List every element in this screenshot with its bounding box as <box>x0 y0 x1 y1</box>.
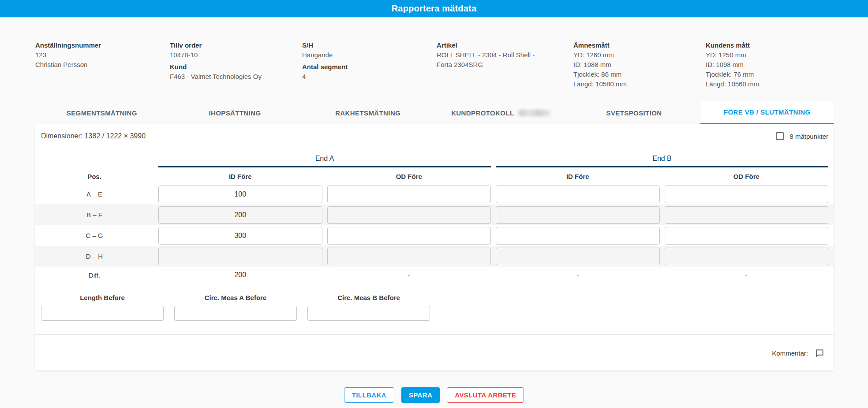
diff-value-od-fore-a: - <box>327 271 491 279</box>
row-pos-label: A – E <box>35 190 153 198</box>
8-matpunkter-label: 8 mätpunkter <box>789 133 828 140</box>
back-button[interactable]: TILLBAKA <box>344 387 394 403</box>
input-b-f-id-fore-a[interactable] <box>158 206 322 224</box>
footer-actions: TILLBAKA SPARA AVSLUTA ARBETE <box>0 387 868 403</box>
info-value: 10478-10 <box>170 50 293 60</box>
matpunkter-checkbox-group: 8 mätpunkter <box>776 132 828 140</box>
col-header-id-fore-a: ID Före <box>158 173 322 180</box>
info-column-customer-dims: Kundens mått YD: 1250 mm ID: 1098 mm Tjo… <box>706 41 829 89</box>
info-value: YD: 1250 mm <box>706 50 829 60</box>
tab-label: RAKHETSMÄTNING <box>335 109 400 117</box>
input-c-g-id-fore-b[interactable] <box>496 227 660 245</box>
finish-work-button[interactable]: AVSLUTA ARBETE <box>447 387 524 403</box>
tab-bar: SEGMENTSMÄTNING IHOPSÄTTNING RAKHETSMÄTN… <box>35 101 834 124</box>
input-a-e-od-fore-b[interactable] <box>665 185 829 203</box>
column-header-row: Pos. ID Före OD Före ID Före OD Före <box>35 170 834 182</box>
tab-segmentsmatning[interactable]: SEGMENTSMÄTNING <box>35 101 168 124</box>
comment-label: Kommentar: <box>772 349 808 357</box>
length-before-input[interactable] <box>41 306 164 321</box>
before-measurements-row: Length Before Circ. Meas A Before Circ. … <box>35 294 834 321</box>
info-value: 123 <box>35 50 159 60</box>
info-value: ID: 1088 mm <box>573 60 697 70</box>
input-c-g-od-fore-b[interactable] <box>665 227 829 245</box>
group-header-end-a: End A <box>158 155 491 167</box>
tab-label: SEGMENTSMÄTNING <box>67 109 137 117</box>
info-value: Christian Persson <box>35 60 159 70</box>
tab-fore-vb-slutmatning[interactable]: FÖRE VB / SLUTMÄTNING <box>700 101 834 124</box>
info-column-employee: Anställningsnummer 123 Christian Persson <box>35 41 159 70</box>
diff-value-id-fore-a: 200 <box>158 271 322 279</box>
comment-bubble-icon[interactable] <box>815 348 825 358</box>
info-label: S/H <box>302 41 426 50</box>
diff-value-od-fore-b: - <box>665 271 829 279</box>
tab-rakhetsmatning[interactable]: RAKHETSMÄTNING <box>301 101 434 124</box>
measurement-panel: Dimensioner: 1382 / 1222 × 3990 8 mätpun… <box>35 124 834 371</box>
info-label: Ämnesmått <box>573 41 697 50</box>
input-a-e-id-fore-a[interactable] <box>158 185 322 203</box>
info-value: ROLL SHELL - 2304 - Roll Shell - Forta 2… <box>437 50 550 70</box>
info-label: Kundens mått <box>706 41 829 50</box>
table-row-d-h: D – H <box>35 246 834 267</box>
tab-label: IHOPSÄTTNING <box>209 109 261 117</box>
input-a-e-od-fore-a[interactable] <box>327 185 491 203</box>
redacted-text-blur <box>518 110 551 116</box>
table-row-b-f: B – F <box>35 204 834 225</box>
tab-kundprotokoll[interactable]: KUNDPROTOKOLL <box>434 101 568 124</box>
info-column-blank-dims: Ämnesmått YD: 1260 mm ID: 1088 mm Tjockl… <box>573 41 697 89</box>
info-value: Tjocklek: 76 mm <box>706 70 829 79</box>
circ-meas-a-before-label: Circ. Meas A Before <box>174 294 297 301</box>
input-d-h-id-fore-b[interactable] <box>496 248 660 265</box>
info-column-sh: S/H Hängande Antal segment 4 <box>302 41 426 82</box>
page-title: Rapportera mätdata <box>392 4 477 14</box>
tab-ihopsattning[interactable]: IHOPSÄTTNING <box>168 101 302 124</box>
diff-row: Diff. 200 - - - <box>35 267 834 282</box>
input-d-h-id-fore-a[interactable] <box>158 248 322 265</box>
input-a-e-id-fore-b[interactable] <box>496 185 660 203</box>
circ-meas-b-before-label: Circ. Meas B Before <box>307 294 430 301</box>
info-label: Tillv order <box>170 41 293 50</box>
diff-label: Diff. <box>35 271 153 279</box>
info-value: Längd: 10560 mm <box>706 79 829 89</box>
8-matpunkter-checkbox[interactable] <box>776 132 784 140</box>
info-column-order: Tillv order 10478-10 Kund F463 - Valmet … <box>170 41 293 82</box>
info-label: Kund <box>170 62 293 72</box>
group-header-end-b: End B <box>496 155 828 167</box>
info-column-article: Artikel ROLL SHELL - 2304 - Roll Shell -… <box>437 41 550 70</box>
input-d-h-od-fore-a[interactable] <box>327 248 491 265</box>
comment-row: Kommentar: <box>35 335 834 358</box>
diff-value-id-fore-b: - <box>496 271 660 279</box>
tab-label: KUNDPROTOKOLL <box>451 109 514 117</box>
input-b-f-od-fore-a[interactable] <box>327 206 491 224</box>
input-c-g-od-fore-a[interactable] <box>327 227 491 245</box>
input-c-g-id-fore-a[interactable] <box>158 227 322 245</box>
save-button[interactable]: SPARA <box>401 387 440 403</box>
info-label: Artikel <box>437 41 550 50</box>
info-value: YD: 1260 mm <box>573 50 697 60</box>
info-value: Tjocklek: 86 mm <box>573 70 697 79</box>
info-value: 4 <box>302 72 426 82</box>
circ-meas-a-before-input[interactable] <box>174 306 297 321</box>
col-header-id-fore-b: ID Före <box>496 173 660 180</box>
measurement-table: End A End B Pos. ID Före OD Före ID Före… <box>35 155 834 282</box>
tab-label: SVETSPOSITION <box>606 109 662 117</box>
input-b-f-od-fore-b[interactable] <box>665 206 829 224</box>
row-pos-label: B – F <box>35 211 153 219</box>
info-value: Hängande <box>302 50 426 60</box>
tab-label: FÖRE VB / SLUTMÄTNING <box>724 108 811 116</box>
tab-svetsposition[interactable]: SVETSPOSITION <box>568 101 701 124</box>
row-pos-label: D – H <box>35 252 153 260</box>
circ-meas-b-before-input[interactable] <box>307 306 430 321</box>
info-label: Anställningsnummer <box>35 41 159 50</box>
info-value: Längd: 10580 mm <box>573 79 697 89</box>
info-value: ID: 1098 mm <box>706 60 829 70</box>
pos-header: Pos. <box>35 173 153 180</box>
group-header-row: End A End B <box>35 155 834 167</box>
input-d-h-od-fore-b[interactable] <box>665 248 829 265</box>
app-bar: Rapportera mätdata <box>0 0 868 17</box>
length-before-label: Length Before <box>41 294 164 301</box>
info-label: Antal segment <box>302 62 426 72</box>
dimensions-text: Dimensioner: 1382 / 1222 × 3990 <box>41 132 146 140</box>
table-row-c-g: C – G <box>35 225 834 246</box>
input-b-f-id-fore-b[interactable] <box>496 206 660 224</box>
row-pos-label: C – G <box>35 232 153 239</box>
